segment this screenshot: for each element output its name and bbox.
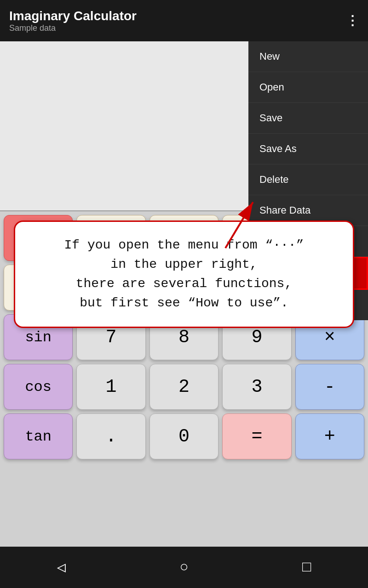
key-1[interactable]: 1 (76, 364, 145, 410)
display-area: New Open Save Save As Delete Share Data … (0, 41, 368, 211)
key-3[interactable]: 3 (222, 364, 291, 410)
home-icon[interactable]: ○ (179, 559, 188, 576)
key-2[interactable]: 2 (150, 364, 218, 410)
key-row-5: tan . 0 = + (4, 413, 364, 459)
menu-item-delete[interactable]: Delete (248, 164, 368, 195)
menu-item-save[interactable]: Save (248, 103, 368, 134)
nav-bar: ◁ ○ □ (0, 547, 368, 588)
key-plus[interactable]: + (295, 413, 364, 459)
key-row-4: cos 1 2 3 - (4, 364, 364, 410)
app-title: Imaginary Calculator (9, 9, 137, 23)
key-minus[interactable]: - (295, 364, 364, 410)
key-dot[interactable]: . (76, 413, 145, 459)
app-subtitle: Sample data (9, 23, 137, 33)
recents-icon[interactable]: □ (302, 559, 311, 576)
back-icon[interactable]: ◁ (57, 558, 66, 577)
top-bar: Imaginary Calculator Sample data ⋮ (0, 0, 368, 41)
key-cos[interactable]: cos (4, 364, 73, 410)
key-tan[interactable]: tan (4, 413, 73, 459)
tooltip-box: If you open the menu from “···” in the u… (14, 220, 354, 328)
menu-button[interactable]: ⋮ (346, 13, 359, 28)
menu-item-new[interactable]: New (248, 41, 368, 72)
key-0[interactable]: 0 (150, 413, 218, 459)
menu-item-open[interactable]: Open (248, 72, 368, 103)
key-equals[interactable]: = (222, 413, 291, 459)
menu-item-save-as[interactable]: Save As (248, 134, 368, 164)
tooltip-text: If you open the menu from “···” in the u… (26, 236, 342, 313)
top-bar-text: Imaginary Calculator Sample data (9, 9, 137, 33)
